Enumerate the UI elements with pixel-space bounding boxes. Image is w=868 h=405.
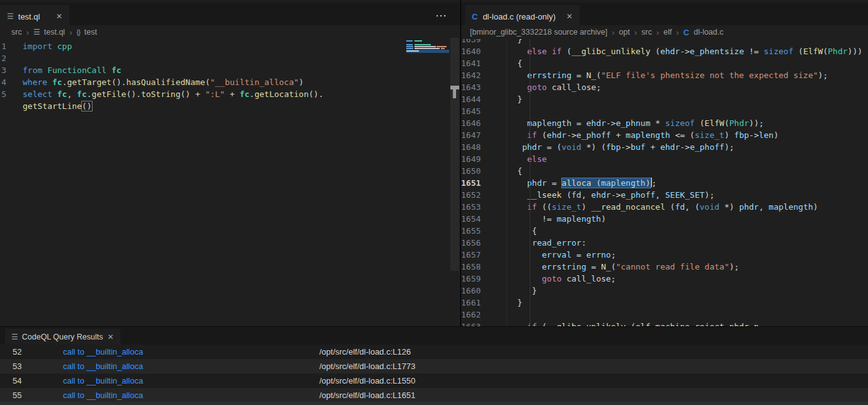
line-number: 1648: [461, 141, 493, 153]
tab-bar-left: ☰ test.ql ✕ ⋯: [0, 0, 460, 25]
result-location: /opt/src/elf/dl-load.c:L1773: [319, 362, 415, 371]
line-number: 2: [0, 52, 23, 64]
breadcrumb-item-opt[interactable]: opt: [619, 28, 630, 37]
line-number: 3: [0, 64, 23, 76]
line-number: 1645: [461, 105, 493, 117]
tab-test-ql[interactable]: ☰ test.ql ✕: [0, 5, 69, 28]
table-row[interactable]: 55call to __builtin_alloca/opt/src/elf/d…: [0, 388, 868, 402]
chevron-right-icon: ›: [26, 28, 29, 37]
breadcrumb-left: src › ☰ test.ql › {} test: [0, 25, 460, 39]
breadcrumb-right: [bminor_glibc_3332218 source archive] › …: [461, 25, 868, 39]
chevron-right-icon: ›: [677, 28, 679, 37]
minimap[interactable]: [406, 39, 449, 55]
line-number: 1661: [461, 297, 493, 309]
result-index: 53: [0, 362, 63, 371]
tab-label: CodeQL Query Results: [22, 333, 103, 341]
result-index: 52: [0, 347, 63, 357]
chevron-right-icon: ›: [69, 28, 72, 37]
breadcrumb-item-file[interactable]: dl-load.c: [694, 28, 723, 37]
close-icon[interactable]: ✕: [566, 12, 573, 21]
code-line: 1662: [461, 309, 868, 321]
code-line: 2: [0, 52, 460, 64]
tab-dl-load-c[interactable]: C dl-load.c (read-only) ✕: [465, 5, 580, 28]
code-line: 1661 }: [461, 297, 868, 309]
breadcrumb-item-src[interactable]: src: [641, 28, 652, 37]
line-number: 1642: [461, 69, 493, 81]
code-line: 1640 else if (__glibc_unlikely (ehdr->e_…: [461, 45, 868, 57]
line-number: 1663: [461, 321, 493, 326]
code-line: 1646 maplength = ehdr->e_phnum * sizeof …: [461, 117, 868, 129]
line-number: 1646: [461, 117, 493, 129]
result-link[interactable]: call to __builtin_alloca: [63, 362, 319, 371]
code-line: 1639 }: [461, 39, 868, 45]
vscode-window: ☰ test.ql ✕ ⋯ src › ☰ test.ql › {} test …: [0, 0, 868, 405]
code-line: 1642 errstring = N_("ELF file's phentsiz…: [461, 69, 868, 81]
line-number: 1644: [461, 93, 493, 105]
scrollbar[interactable]: [450, 38, 459, 271]
indent-guide: [530, 39, 530, 326]
line-number: 1657: [461, 249, 493, 261]
breadcrumb-item-src[interactable]: src: [11, 28, 22, 37]
result-location: /opt/src/elf/dl-load.c:L1550: [319, 376, 415, 385]
code-line: 1655 {: [461, 225, 868, 237]
editor-group-right: C dl-load.c (read-only) ✕ [bminor_glibc_…: [460, 0, 868, 326]
code-line: 1653 if ((size_t) __read_nocancel (fd, (…: [461, 201, 868, 213]
results-list-icon: ☰: [11, 333, 18, 341]
close-icon[interactable]: ✕: [56, 12, 62, 21]
indent-guide: [506, 39, 507, 326]
line-number: 1652: [461, 189, 493, 201]
chevron-right-icon: ›: [612, 28, 614, 37]
more-actions-icon[interactable]: ⋯: [435, 9, 447, 23]
line-number: 1655: [461, 225, 493, 237]
table-row[interactable]: 53call to __builtin_alloca/opt/src/elf/d…: [0, 359, 868, 374]
line-number: 1639: [461, 39, 493, 45]
chevron-right-icon: ›: [634, 28, 637, 37]
breadcrumb-item-archive[interactable]: [bminor_glibc_3332218 source archive]: [470, 28, 607, 37]
result-link[interactable]: call to __builtin_alloca: [63, 347, 319, 357]
panel-codeql-query-results: ☰ CodeQL Query Results ✕ 52call to __bui…: [0, 326, 868, 405]
code-line: 1644 }: [461, 93, 868, 105]
chevron-right-icon: ›: [656, 28, 659, 37]
editor-group-left: ☰ test.ql ✕ ⋯ src › ☰ test.ql › {} test …: [0, 0, 460, 326]
braces-symbol-icon: {}: [76, 28, 79, 36]
line-number: 1662: [461, 309, 493, 321]
code-line: 1656 read_error:: [461, 237, 868, 249]
line-number: 1658: [461, 261, 493, 273]
code-line: 1660 }: [461, 285, 868, 297]
breadcrumb-item-elf[interactable]: elf: [663, 28, 671, 37]
ql-file-icon: ☰: [33, 28, 40, 37]
tab-bar-right: C dl-load.c (read-only) ✕: [461, 0, 868, 25]
line-number: 1649: [461, 153, 493, 165]
breadcrumb-item-module[interactable]: test: [84, 28, 97, 37]
line-number: 1650: [461, 165, 493, 177]
tab-label: test.ql: [18, 12, 40, 21]
code-line: 1650 {: [461, 165, 868, 177]
tab-label: dl-load.c (read-only): [483, 12, 556, 21]
code-line: 1652 __lseek (fd, ehdr->e_phoff, SEEK_SE…: [461, 189, 868, 201]
line-number: 1640: [461, 45, 493, 57]
line-number: 1660: [461, 285, 493, 297]
line-number: 4: [0, 76, 23, 88]
code-line: 1663 if (__glibc_unlikely (elf_machine_r…: [461, 321, 868, 326]
breadcrumb-item-file[interactable]: test.ql: [44, 28, 65, 37]
code-line: 1643 goto call_lose;: [461, 81, 868, 93]
line-number: 1653: [461, 201, 493, 213]
code-line: 1641 {: [461, 57, 868, 69]
line-number: 1: [0, 40, 23, 52]
table-row[interactable]: 52call to __builtin_alloca/opt/src/elf/d…: [0, 345, 868, 359]
result-link[interactable]: call to __builtin_alloca: [63, 391, 319, 400]
result-location: /opt/src/elf/dl-load.c:L1651: [319, 391, 415, 400]
result-link[interactable]: call to __builtin_alloca: [63, 376, 319, 385]
code-editor-test-ql[interactable]: 1import cpp23from FunctionCall fc4where …: [0, 39, 460, 326]
code-line: 1659 goto call_lose;: [461, 273, 868, 285]
ql-file-icon: ☰: [7, 12, 13, 21]
code-line: 1645: [461, 105, 868, 117]
table-row[interactable]: 54call to __builtin_alloca/opt/src/elf/d…: [0, 374, 868, 388]
code-editor-dl-load-c[interactable]: 1639 }1640 else if (__glibc_unlikely (eh…: [461, 39, 868, 326]
close-icon[interactable]: ✕: [108, 333, 114, 341]
tab-codeql-query-results[interactable]: ☰ CodeQL Query Results ✕: [5, 329, 120, 345]
panel-bottom-bar[interactable]: [0, 402, 868, 405]
code-line: 1651 phdr = alloca (maplength);: [461, 177, 868, 189]
result-index: 54: [0, 376, 63, 385]
line-number: 1656: [461, 237, 493, 249]
